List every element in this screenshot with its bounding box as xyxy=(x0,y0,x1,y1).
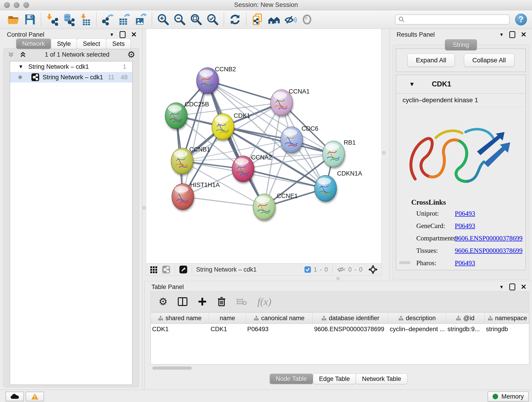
panel-close-icon[interactable]: ✕ xyxy=(131,31,137,38)
tab-select[interactable]: Select xyxy=(77,38,106,49)
show-all-button[interactable] xyxy=(299,12,315,27)
table-cell[interactable]: CDK1 xyxy=(209,324,246,334)
gear-icon[interactable]: ⚙ xyxy=(127,50,135,59)
splitter-handle[interactable] xyxy=(382,151,386,154)
search-box[interactable] xyxy=(395,14,510,25)
tab-string[interactable]: String xyxy=(445,39,477,51)
import-table-from-file-button[interactable] xyxy=(77,12,94,27)
node-CDC6[interactable] xyxy=(281,127,303,153)
open-session-button[interactable] xyxy=(5,12,22,27)
expand-all-button[interactable]: Expand All xyxy=(407,54,455,67)
horizontal-scrollbar[interactable] xyxy=(399,261,410,264)
grid-view-icon[interactable] xyxy=(150,265,158,274)
splitter-handle[interactable] xyxy=(142,206,146,210)
edge-CCNA2-CDKN1A[interactable] xyxy=(243,169,326,188)
import-network-from-file-button[interactable] xyxy=(44,12,60,27)
panel-close-icon[interactable]: ✕ xyxy=(521,31,526,38)
collapse-all-button[interactable]: Collapse All xyxy=(464,54,514,67)
panel-menu-icon[interactable]: ▼ xyxy=(499,285,504,289)
collapse-all-icon[interactable] xyxy=(7,51,15,58)
crosslink-value-link[interactable]: P06493 xyxy=(455,222,475,230)
delete-column-icon[interactable] xyxy=(217,297,226,307)
save-session-button[interactable] xyxy=(22,12,38,27)
zoom-fit-button[interactable] xyxy=(188,12,204,27)
column-header-name[interactable]: name xyxy=(209,313,246,324)
zoom-in-button[interactable] xyxy=(155,12,171,27)
edge-CCNB2-HIST1H1A[interactable] xyxy=(183,81,208,197)
scrollbar-thumb[interactable] xyxy=(152,366,192,370)
panel-float-icon[interactable] xyxy=(120,31,126,38)
tab-style[interactable]: Style xyxy=(51,38,77,49)
hide-selected-button[interactable] xyxy=(282,12,299,27)
export-network-button[interactable] xyxy=(99,12,116,27)
node-CCNA2[interactable] xyxy=(232,156,254,182)
search-input[interactable] xyxy=(407,16,506,23)
table-row[interactable]: CDK1CDK1P064939606.ENSP00000378699cyclin… xyxy=(151,324,529,334)
collection-caret-icon[interactable]: ▼ xyxy=(18,64,23,70)
new-network-from-selection-button[interactable] xyxy=(249,12,266,27)
add-column-icon[interactable] xyxy=(198,297,207,306)
column-header-canonical-name[interactable]: canonical name xyxy=(246,313,313,324)
selected-checkbox-icon[interactable] xyxy=(304,266,311,273)
zoom-out-button[interactable] xyxy=(171,12,188,27)
table-settings-gear-icon[interactable]: ⚙ xyxy=(158,297,167,307)
birdseye-view-icon[interactable] xyxy=(179,265,188,274)
first-neighbors-button[interactable] xyxy=(266,12,282,27)
table-horizontal-scrollbar[interactable] xyxy=(151,366,529,370)
import-network-from-database-button[interactable] xyxy=(60,12,77,27)
node-CDK1[interactable] xyxy=(212,114,234,140)
apply-layout-button[interactable] xyxy=(227,12,243,27)
status-bar: Memory xyxy=(0,390,532,402)
node-CDC25B[interactable] xyxy=(165,103,187,129)
column-header-database-identifier[interactable]: database identifier xyxy=(313,313,388,324)
help-button[interactable]: ? xyxy=(515,13,527,26)
zoom-selected-button[interactable] xyxy=(204,12,221,27)
table-cell[interactable]: stringdb xyxy=(485,324,529,334)
export-table-button[interactable] xyxy=(116,12,133,27)
memory-button[interactable]: Memory xyxy=(488,391,529,402)
node-RB1[interactable] xyxy=(323,141,345,167)
node-label-CCNE1: CCNE1 xyxy=(277,192,298,199)
table-cell[interactable]: 9606.ENSP00000378699 xyxy=(313,324,388,334)
tab-edge-table[interactable]: Edge Table xyxy=(313,374,356,384)
crosshair-icon[interactable] xyxy=(368,264,378,274)
panel-close-icon[interactable]: ✕ xyxy=(521,283,526,290)
crosslink-value-link[interactable]: P06493 xyxy=(455,210,475,217)
cloud-status-button[interactable] xyxy=(6,392,24,401)
tab-network[interactable]: Network xyxy=(16,38,51,49)
edge-CCNE1-HIST1H1A[interactable] xyxy=(183,197,264,207)
crosslink-value-link[interactable]: 9606.ENSP00000378699 xyxy=(455,235,523,242)
tab-sets[interactable]: Sets xyxy=(106,38,131,49)
table-cell[interactable]: cyclin–dependent ... xyxy=(388,324,446,334)
splitter-handle[interactable] xyxy=(336,277,340,280)
edge-CCNB2-CCNA1[interactable] xyxy=(208,81,282,103)
column-header-description[interactable]: description xyxy=(388,313,446,324)
tab-network-table[interactable]: Network Table xyxy=(356,374,407,384)
panel-float-icon[interactable] xyxy=(509,31,515,38)
column-header--id[interactable]: @id xyxy=(446,313,485,324)
node-CCNE1[interactable] xyxy=(253,194,275,220)
gene-caret-icon[interactable]: ▼ xyxy=(409,81,415,88)
table-cell[interactable]: stringdb:9... xyxy=(446,324,485,334)
crosslink-value-link[interactable]: 9606.ENSP00000378699 xyxy=(455,247,523,254)
export-image-button[interactable] xyxy=(133,12,149,27)
panel-menu-icon[interactable]: ▼ xyxy=(109,32,114,37)
panel-float-icon[interactable] xyxy=(509,283,515,290)
tab-node-table[interactable]: Node Table xyxy=(269,374,313,384)
node-CDKN1A[interactable] xyxy=(315,175,336,201)
table-cell[interactable]: CDK1 xyxy=(151,324,209,334)
column-header-namespace[interactable]: namespace xyxy=(485,313,529,324)
panel-menu-icon[interactable]: ▼ xyxy=(499,32,504,37)
expand-all-icon[interactable] xyxy=(19,51,27,58)
gene-header[interactable]: ▼ CDK1 xyxy=(396,75,526,94)
table-cell[interactable]: P06493 xyxy=(246,324,313,334)
node-label-CDKN1A: CDKN1A xyxy=(337,170,362,177)
show-columns-icon[interactable] xyxy=(177,297,188,306)
column-header-shared-name[interactable]: shared name xyxy=(151,313,209,324)
warning-status-button[interactable] xyxy=(26,392,44,401)
network-collection-row[interactable]: ▼ String Network – cdk1 1 xyxy=(10,61,132,72)
crosslink-value-link[interactable]: P06493 xyxy=(455,259,475,267)
network-canvas[interactable]: CCNB2CCNA1CDC25BCDK1CDC6RB1CCNB1CCNA2CDK… xyxy=(146,29,381,263)
network-list-view-icon[interactable] xyxy=(162,265,171,274)
network-row[interactable]: String Network – cdk1 11 48 xyxy=(10,72,132,83)
